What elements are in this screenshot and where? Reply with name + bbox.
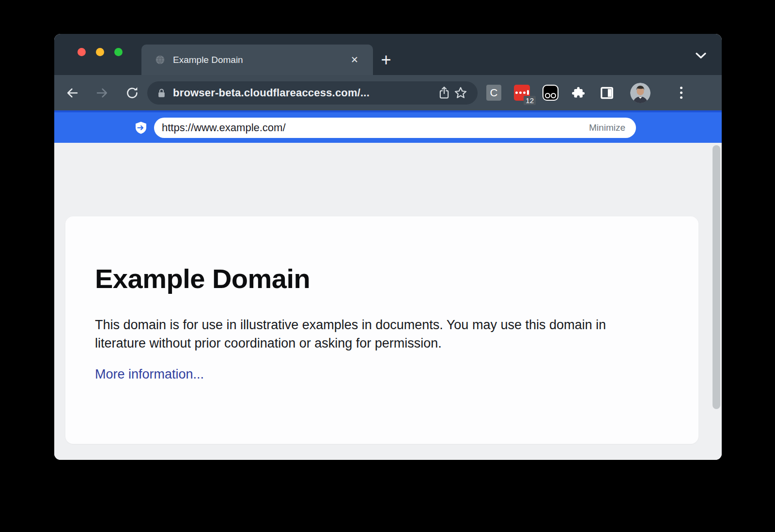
dot-icon (680, 96, 682, 99)
extensions-row: C 12 (486, 83, 684, 103)
plus-icon: + (381, 51, 391, 69)
more-information-link[interactable]: More information... (95, 367, 204, 382)
side-panel-icon (600, 86, 614, 100)
lens-icon (551, 93, 556, 98)
url-bar[interactable]: browser-beta.cloudflareaccess.com/... (147, 81, 478, 105)
close-window-button[interactable] (78, 48, 86, 56)
tab-strip: Example Domain ✕ + (54, 34, 722, 75)
close-tab-icon[interactable]: ✕ (351, 55, 358, 64)
url-text: browser-beta.cloudflareaccess.com/... (173, 87, 436, 99)
dot-icon (519, 91, 522, 94)
new-tab-button[interactable]: + (375, 45, 397, 75)
browser-window: Example Domain ✕ + (54, 34, 722, 460)
window-controls (78, 48, 123, 56)
scrollbar-thumb[interactable] (713, 145, 720, 409)
isolated-url-input[interactable]: https://www.example.com/ Minimize (154, 118, 636, 138)
content-card: Example Domain This domain is for use in… (65, 216, 698, 444)
arrow-right-icon (95, 86, 109, 100)
extensions-menu-button[interactable] (571, 85, 587, 101)
page-heading: Example Domain (95, 263, 669, 294)
star-icon (453, 86, 468, 100)
reload-icon (125, 86, 140, 100)
fullscreen-window-button[interactable] (114, 48, 123, 56)
share-icon (437, 86, 451, 100)
active-tab[interactable]: Example Domain ✕ (141, 45, 373, 75)
page-viewport: Example Domain This domain is for use in… (54, 143, 722, 460)
profile-avatar[interactable] (630, 83, 651, 103)
page-paragraph: This domain is for use in illustrative e… (95, 316, 628, 352)
globe-favicon-icon (155, 55, 165, 65)
extension-count-badge: 12 (524, 96, 536, 105)
dot-icon (680, 87, 682, 89)
back-button[interactable] (65, 86, 79, 100)
dot-icon (515, 91, 518, 94)
dot-icon (680, 91, 682, 94)
c-extension-label: C (490, 87, 498, 99)
minimize-bar-button[interactable]: Minimize (589, 122, 625, 133)
avatar-photo (630, 83, 651, 103)
goggles-extension-button[interactable] (542, 85, 558, 101)
arrow-left-icon (65, 86, 79, 100)
forward-button[interactable] (95, 86, 109, 100)
bar-icon (527, 90, 529, 95)
side-panel-button[interactable] (599, 85, 615, 101)
tab-title: Example Domain (173, 55, 351, 65)
desktop-background: Example Domain ✕ + (0, 0, 775, 532)
chevron-down-icon (696, 52, 706, 59)
share-button[interactable] (436, 85, 452, 101)
browser-toolbar: browser-beta.cloudflareaccess.com/... C (54, 75, 722, 110)
reload-button[interactable] (125, 86, 140, 100)
tab-search-button[interactable] (694, 48, 708, 63)
puzzle-icon (572, 86, 586, 100)
c-extension-button[interactable]: C (486, 85, 501, 101)
lens-icon (545, 93, 550, 98)
isolation-bar: https://www.example.com/ Minimize (54, 110, 722, 143)
isolated-url-text: https://www.example.com/ (162, 122, 589, 134)
browser-menu-button[interactable] (678, 87, 684, 99)
isolation-shield-icon (135, 121, 147, 135)
dot-icon (523, 91, 526, 94)
red-dots-extension-button[interactable]: 12 (514, 85, 530, 101)
bookmark-button[interactable] (452, 85, 469, 101)
lock-icon (157, 87, 166, 99)
minimize-window-button[interactable] (96, 48, 104, 56)
